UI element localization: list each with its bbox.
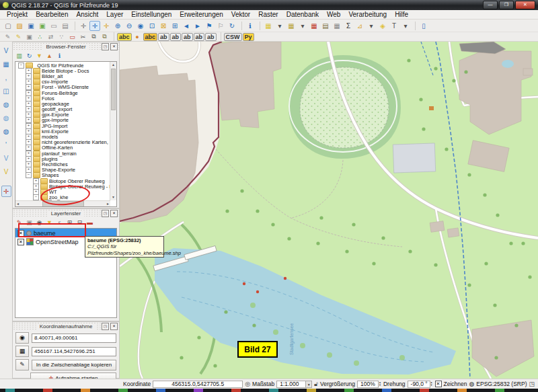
move-feature-icon[interactable]: ⇄ — [46, 33, 56, 41]
add-postgis-layer-icon[interactable]: ◫ — [1, 86, 11, 95]
pan-to-selection-icon[interactable]: ✛ — [101, 21, 112, 31]
help-contents-icon[interactable]: ▯ — [418, 21, 429, 31]
add-selected-layers-icon[interactable]: ▥ — [15, 52, 24, 60]
new-shapefile-layer-icon[interactable]: V — [1, 167, 11, 176]
close-button[interactable]: ✕ — [515, 1, 535, 9]
cut-features-icon[interactable]: ✂ — [78, 33, 88, 41]
graticule-button[interactable]: ▦ — [15, 346, 29, 357]
menu-einstellungen[interactable]: Einstellungen — [127, 11, 176, 18]
scale-combo[interactable]: 1:1.000 — [276, 381, 306, 388]
zoom-native-resolution-icon[interactable]: ◉ — [135, 21, 146, 31]
pin-labels-icon[interactable]: ab — [158, 33, 169, 41]
add-vector-layer-icon[interactable]: V — [1, 46, 11, 55]
browser-panel-header[interactable]: Browser-Fenster ◳ ✕ — [13, 42, 119, 50]
browser-properties-icon[interactable]: ℹ — [55, 52, 64, 60]
add-wms-layer-icon[interactable]: ◍ — [1, 126, 11, 136]
filter-browser-icon[interactable]: ▼ — [35, 52, 44, 60]
python-console-icon[interactable]: Py — [243, 33, 254, 41]
add-wfs-layer-icon[interactable]: V — [1, 153, 11, 163]
open-attribute-table-icon[interactable]: ▤ — [320, 21, 331, 31]
maximize-button[interactable]: ❐ — [499, 1, 514, 9]
menu-erweiterungen[interactable]: Erweiterungen — [176, 11, 227, 18]
magnifier-field[interactable]: 100% — [357, 381, 379, 388]
zoom-next-icon[interactable]: ► — [192, 21, 203, 31]
text-annotation-icon[interactable]: T — [389, 21, 399, 31]
layer-diagram-icon[interactable]: ● — [132, 33, 143, 41]
new-bookmark-icon[interactable]: ⚑ — [204, 21, 215, 31]
select-features-icon[interactable]: ▦ — [263, 21, 274, 31]
browser-float-button[interactable]: ◳ — [102, 43, 109, 50]
add-spatialite-layer-icon[interactable]: ◍ — [1, 100, 11, 109]
map-canvas[interactable]: Stadtgartensee Bild 27 — [120, 42, 538, 379]
zoom-to-layer-icon[interactable]: ⊞ — [169, 21, 180, 31]
menu-bearbeiten[interactable]: Bearbeiten — [32, 11, 72, 18]
save-project-as-icon[interactable]: ▣ — [37, 21, 48, 31]
browser-vscrollbar[interactable]: ▲ ▼ — [110, 62, 116, 200]
menu-vektor[interactable]: Vektor — [227, 11, 254, 18]
deselect-features-icon[interactable]: ▦ — [309, 21, 319, 31]
wgs84-coordinate-field[interactable]: 8.40071,49.00061 — [32, 334, 116, 343]
change-label-properties-icon[interactable]: ab — [205, 33, 217, 41]
remove-layer-icon[interactable]: ▬ — [85, 219, 94, 227]
toggle-editing-icon[interactable]: ✎ — [13, 33, 24, 41]
collapse-all-icon[interactable]: ▲ — [45, 52, 54, 60]
zoom-in-icon[interactable]: ⊕ — [112, 21, 123, 31]
measure-dropdown-icon[interactable]: ▾ — [366, 21, 377, 31]
show-bookmarks-icon[interactable]: ⚐ — [215, 21, 226, 31]
open-project-icon[interactable]: ▨ — [14, 21, 25, 31]
zoom-full-icon[interactable]: ⊡ — [147, 21, 157, 31]
add-mssql-layer-icon[interactable]: ◍ — [1, 113, 11, 122]
magnifier-spinner[interactable]: ▲▼ — [379, 381, 381, 387]
browser-close-button[interactable]: ✕ — [110, 43, 118, 50]
identify-features-icon[interactable]: ℹ — [245, 21, 256, 31]
add-raster-layer-icon[interactable]: ▦ — [1, 59, 11, 69]
new-project-icon[interactable]: ▢ — [3, 21, 13, 31]
crs-status-button[interactable]: EPSG:25832 (SRP) — [476, 381, 527, 387]
menu-projekt[interactable]: Projekt — [3, 11, 32, 18]
current-edits-icon[interactable]: ✎ — [3, 33, 13, 41]
refresh-map-icon[interactable]: ↻ — [227, 21, 237, 31]
menu-raster[interactable]: Raster — [254, 11, 282, 18]
menu-web[interactable]: Web — [323, 11, 344, 18]
coord-panel-header[interactable]: Koordinatenaufnahme ◳ ✕ — [13, 322, 119, 330]
messages-icon[interactable]: ◳ — [529, 381, 535, 387]
rotate-label-icon[interactable]: ab — [194, 33, 205, 41]
rotation-field[interactable]: -90,0 ° — [408, 381, 430, 388]
select-by-expression-icon[interactable]: ▦ — [286, 21, 297, 31]
track-mouse-button[interactable]: ✎ — [15, 359, 29, 370]
lock-scale-icon[interactable]: 🔓︎ — [314, 381, 318, 388]
zoom-last-icon[interactable]: ◄ — [181, 21, 192, 31]
layers-close-button[interactable]: ✕ — [110, 210, 118, 217]
menu-datenbank[interactable]: Datenbank — [282, 11, 323, 18]
node-tool-icon[interactable]: ∵ — [56, 33, 67, 41]
tree-expander-icon[interactable]: − — [26, 172, 32, 178]
highlight-pinned-labels-icon[interactable]: ab — [170, 33, 182, 41]
open-field-calculator-icon[interactable]: ▦ — [332, 21, 342, 31]
copy-to-clipboard-button[interactable]: In die Zwischenablage kopieren — [32, 360, 116, 370]
layers-float-button[interactable]: ◳ — [102, 210, 109, 217]
select-features-dropdown-icon[interactable]: ▾ — [274, 21, 285, 31]
menu-layer[interactable]: Layer — [102, 11, 127, 18]
menu-ansicht[interactable]: Ansicht — [73, 11, 103, 18]
select-expression-dropdown-icon[interactable]: ▾ — [297, 21, 308, 31]
coordinate-field[interactable]: 456315.0,5427705.5 — [153, 381, 243, 388]
new-print-composer-icon[interactable]: ▭ — [48, 21, 59, 31]
move-label-icon[interactable]: ab — [182, 33, 193, 41]
map-tips-icon[interactable]: ◈ — [377, 21, 388, 31]
coordinate-capture-icon[interactable]: ✛ — [1, 186, 11, 197]
layer-checkbox[interactable]: ✕ — [17, 239, 24, 245]
add-wcs-layer-icon[interactable]: ' — [1, 140, 11, 149]
coord-close-button[interactable]: ✕ — [110, 323, 118, 330]
layers-panel-header[interactable]: Layerfenster ◳ ✕ — [13, 209, 119, 217]
tree-expander-icon[interactable]: − — [33, 194, 39, 200]
composer-manager-icon[interactable]: ▤ — [60, 21, 71, 31]
minimize-button[interactable]: — — [483, 1, 498, 9]
paste-features-icon[interactable]: ⧉ — [100, 33, 110, 41]
pan-map-icon[interactable]: ✛ — [89, 21, 100, 31]
zoom-to-selection-icon[interactable]: ⊠ — [158, 21, 169, 31]
delete-selected-icon[interactable]: ▭ — [67, 33, 77, 41]
annotation-dropdown-icon[interactable]: ▾ — [400, 21, 411, 31]
projected-coordinate-field[interactable]: 456167.114,5427696.251 — [32, 347, 116, 356]
layer-labeling-icon[interactable]: abc — [117, 33, 132, 41]
save-layer-edits-icon[interactable]: ▣ — [24, 33, 34, 41]
